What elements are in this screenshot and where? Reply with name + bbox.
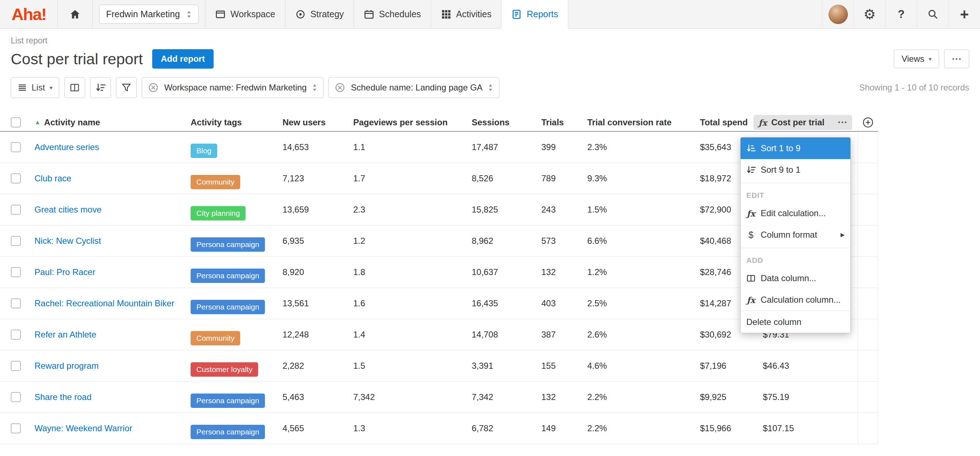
chevron-up-down-icon[interactable]: [488, 83, 493, 92]
column-menu-icon[interactable]: ⋯: [837, 120, 847, 125]
views-button[interactable]: Views ▾: [894, 49, 939, 68]
workspace-selector[interactable]: Fredwin Marketing: [99, 5, 199, 24]
activity-name-cell: Paul: Pro Racer: [24, 267, 180, 277]
activity-name-cell: Great cities move: [24, 205, 180, 215]
conversion-rate-cell: 2.2%: [576, 392, 689, 402]
cost-per-trial-column-header[interactable]: ƒx Cost per trial ⋯: [754, 115, 852, 130]
row-checkbox[interactable]: [11, 423, 21, 434]
activity-link[interactable]: Rachel: Recreational Mountain Biker: [35, 298, 175, 308]
table-header-row: ▲ Activity name Activity tags New users …: [0, 114, 878, 132]
row-checkbox[interactable]: [11, 392, 21, 402]
add-column-button[interactable]: [862, 117, 874, 128]
row-checkbox[interactable]: [11, 298, 21, 308]
view-type-dropdown[interactable]: List ▾: [11, 77, 59, 98]
empty-cell: [858, 319, 878, 350]
column-header-conversion-rate[interactable]: Trial conversion rate: [576, 117, 689, 128]
activity-name-cell: Club race: [24, 174, 180, 183]
activity-name-cell: Reward program: [24, 361, 180, 371]
column-header-sessions[interactable]: Sessions: [461, 117, 531, 128]
nav-tab-workspace[interactable]: Workspace: [205, 0, 285, 29]
row-checkbox[interactable]: [11, 174, 21, 183]
trials-cell: 243: [531, 205, 576, 215]
row-checkbox-cell: [0, 392, 24, 402]
activity-link[interactable]: Adventure series: [35, 142, 99, 152]
activity-link[interactable]: Reward program: [35, 361, 99, 370]
column-header-new-users[interactable]: New users: [272, 117, 342, 128]
activity-tag: Persona campaign: [191, 269, 265, 283]
column-header-cost-per-trial-cell: ƒx Cost per trial ⋯: [752, 115, 858, 130]
filter-button[interactable]: [116, 77, 137, 98]
help-button[interactable]: ?: [885, 0, 917, 29]
empty-cell: [858, 132, 878, 163]
trials-cell: 149: [531, 423, 576, 434]
dollar-icon: $: [746, 230, 756, 240]
menu-item-column-format[interactable]: $ Column format ▶: [741, 224, 850, 246]
filter-chip-workspace[interactable]: Workspace name: Fredwin Marketing: [142, 77, 323, 98]
filter-chip-schedule[interactable]: Schedule name: Landing page GA: [328, 77, 500, 98]
row-checkbox[interactable]: [11, 361, 21, 371]
menu-item-data-column[interactable]: Data column...: [741, 268, 850, 289]
row-checkbox[interactable]: [11, 330, 21, 340]
activity-link[interactable]: Share the road: [35, 392, 92, 402]
activity-link[interactable]: Great cities move: [35, 205, 102, 214]
column-header-activity-name[interactable]: ▲ Activity name: [24, 117, 180, 128]
activity-link[interactable]: Paul: Pro Racer: [35, 267, 95, 277]
trials-cell: 132: [531, 392, 576, 402]
row-checkbox[interactable]: [11, 267, 21, 277]
nav-tab-reports[interactable]: Reports: [501, 0, 568, 29]
home-button[interactable]: [58, 0, 92, 29]
user-menu-button[interactable]: [822, 0, 854, 29]
nav-tab-schedules[interactable]: Schedules: [353, 0, 431, 29]
activity-link[interactable]: Wayne: Weekend Warrior: [35, 423, 132, 433]
trials-cell: 387: [531, 330, 576, 340]
nav-tab-strategy[interactable]: Strategy: [285, 0, 353, 29]
settings-button[interactable]: ⚙: [854, 0, 885, 29]
activity-tag: Persona campaign: [191, 394, 265, 408]
add-report-button[interactable]: Add report: [152, 49, 213, 69]
row-checkbox[interactable]: [11, 205, 21, 215]
activity-link[interactable]: Nick: New Cyclist: [35, 236, 101, 246]
activity-link[interactable]: Refer an Athlete: [35, 330, 96, 339]
search-icon: [927, 9, 939, 20]
column-header-pageviews[interactable]: Pageviews per session: [342, 117, 461, 128]
formula-icon: ƒx: [759, 118, 767, 128]
menu-item-sort-9-to-1[interactable]: Sort 9 to 1: [741, 159, 850, 180]
nav-tab-label: Activities: [456, 9, 492, 19]
view-type-label: List: [32, 83, 45, 92]
menu-item-edit-calculation[interactable]: ƒx Edit calculation...: [741, 202, 850, 224]
activity-link[interactable]: Club race: [35, 174, 72, 183]
empty-cell: [858, 163, 878, 194]
create-button[interactable]: +: [948, 0, 980, 29]
row-checkbox[interactable]: [11, 236, 21, 246]
conversion-rate-cell: 6.6%: [576, 236, 689, 246]
report-toolbar: List ▾ Workspace name: Fredwin Marketing…: [0, 69, 980, 98]
remove-filter-icon[interactable]: [334, 82, 345, 93]
top-nav: Aha! Fredwin Marketing Workspace Strateg…: [0, 0, 980, 29]
chevron-up-down-icon[interactable]: [312, 83, 317, 92]
menu-item-delete-column[interactable]: Delete column: [741, 311, 850, 333]
sessions-cell: 7,342: [461, 392, 531, 402]
sessions-cell: 8,526: [461, 174, 531, 183]
menu-item-sort-1-to-9[interactable]: Sort 1 to 9: [741, 137, 850, 159]
column-header-trials[interactable]: Trials: [531, 117, 576, 128]
remove-filter-icon[interactable]: [148, 82, 159, 93]
menu-section-add: ADD: [741, 248, 850, 268]
aha-logo[interactable]: Aha!: [0, 0, 57, 29]
column-header-activity-tags[interactable]: Activity tags: [180, 117, 272, 128]
menu-item-calculation-column[interactable]: ƒx Calculation column...: [741, 289, 850, 311]
new-users-cell: 5,463: [272, 392, 342, 402]
activity-name-cell: Wayne: Weekend Warrior: [24, 423, 180, 434]
sort-button[interactable]: [90, 77, 111, 98]
row-checkbox[interactable]: [11, 142, 21, 152]
search-button[interactable]: [917, 0, 948, 29]
activity-tags-cell: Customer loyalty: [180, 359, 272, 373]
nav-tab-activities[interactable]: Activities: [431, 0, 501, 29]
columns-button[interactable]: [64, 77, 85, 98]
select-all-checkbox[interactable]: [11, 117, 21, 128]
pageviews-cell: 1.5: [342, 361, 461, 371]
ellipsis-icon: ⋯: [951, 56, 962, 61]
more-options-button[interactable]: ⋯: [944, 49, 969, 68]
sessions-cell: 10,637: [461, 267, 531, 277]
column-header-total-spend[interactable]: Total spend: [689, 117, 752, 128]
activities-icon: [441, 9, 452, 20]
